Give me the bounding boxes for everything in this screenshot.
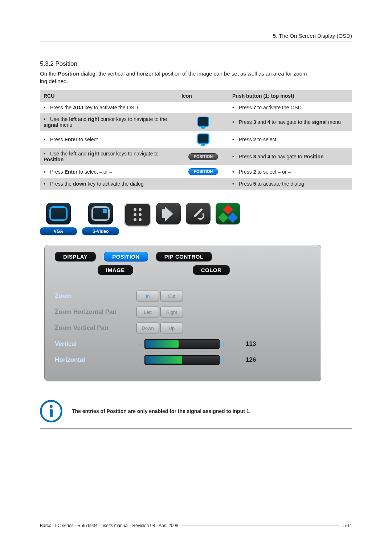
tab-vga-label: VGA [40,227,77,235]
table-row: •Use the left and right cursor keys to n… [40,113,352,131]
col-push: Push button (1: top most) [229,90,352,102]
slider-increment[interactable]: + [220,356,228,364]
info-note: The entries of Position are only enabled… [40,394,352,429]
rcu-cell: •Use the left and right cursor keys to n… [40,113,178,131]
osd-row-label: Zoom Vertical Pan [55,324,136,332]
slider-value: 113 [246,340,256,348]
page-footer: Barco - LC series - R5976934 - user's ma… [40,523,352,528]
push-cell: •Press 5 to activate the dialog [229,178,352,190]
rcu-cell: •Press Enter to select [40,131,178,148]
vga-monitor-icon [49,206,68,221]
info-icon [40,400,62,422]
osd-row-label: Horizontal [55,356,136,364]
push-cell: •Press 7 to activate the OSD [229,102,352,113]
icon-cell [178,102,229,113]
svideo-monitor-icon [91,206,110,221]
icon-cell [178,131,229,148]
tab-arrow[interactable] [156,203,181,224]
page-header: 5. The On Screen Display (OSD) [40,33,352,41]
icon-cell: POSITION [178,165,229,178]
slider-fill [146,340,179,348]
dots-icon [134,208,142,221]
push-cell: •Press 3 and 4 to navigate to Position [229,148,352,165]
push-cell: •Press 2 to select – or – [229,165,352,178]
osd-row: Zoom Horizontal PanLeftRight [55,304,311,320]
slider-value: 126 [246,356,256,364]
osd-row: Vertical-+113 [55,336,311,352]
section-paragraph: On the Position dialog, the vertical and… [40,70,352,85]
tab-image[interactable]: IMAGE [98,265,133,275]
slider[interactable]: -+113 [136,339,256,349]
footer-right: 5-11 [343,523,352,528]
color-shards-icon [220,206,236,221]
slider-decrement[interactable]: - [136,356,144,364]
monitor-icon [197,117,209,127]
rcu-cell: •Use the left and right cursor keys to n… [40,148,178,165]
play-arrow-icon [162,207,175,220]
icon-cell [178,178,229,190]
slider-track[interactable] [144,339,220,349]
slider-track[interactable] [144,355,220,365]
slider-decrement[interactable]: - [136,340,144,348]
col-icon: Icon [178,90,229,102]
slider-fill [146,356,182,364]
table-row: •Press the ADJ key to activate the OSD•P… [40,102,352,113]
icon-cell: POSITION [178,148,229,165]
seg-button-in[interactable]: In [136,291,159,301]
push-cell: •Press 2 to select [229,131,352,148]
tab-svideo[interactable]: S-Video [82,203,119,235]
rcu-cell: •Press the ADJ key to activate the OSD [40,102,178,113]
signal-tab-strip: VGA S-Video [40,203,352,235]
tab-color[interactable] [216,203,240,224]
rcu-cell: •Press Enter to select – or – [40,165,178,178]
seg-button-left[interactable]: Left [136,307,159,317]
osd-row-label: Vertical [55,340,136,348]
table-row: •Press Enter to select•Press 2 to select [40,131,352,148]
info-text: The entries of Position are only enabled… [72,408,250,414]
tab-svideo-label: S-Video [82,227,119,235]
table-row: •Press the down key to activate the dial… [40,178,352,190]
tab-pipcontrol[interactable]: PIP CONTROL [156,252,212,262]
osd-row: Horizontal-+126 [55,352,311,368]
instruction-table: RCU Icon Push button (1: top most) •Pres… [40,90,352,190]
footer-left: Barco - LC series - R5976934 - user's ma… [40,523,178,528]
section-heading: 5.3.2 Position [40,60,352,68]
position-pill-icon: POSITION [188,168,219,175]
seg-button-out[interactable]: Out [160,291,183,301]
tab-vga[interactable]: VGA [40,203,77,235]
osd-row: Zoom Vertical PanDownUp [55,320,311,336]
tab-position[interactable]: POSITION [104,252,148,262]
osd-panel: DISPLAY POSITION PIP CONTROL IMAGE COLOR… [44,245,321,381]
seg-button-up[interactable]: Up [160,323,183,333]
icon-cell [178,113,229,131]
osd-row-label: Zoom Horizontal Pan [55,308,136,316]
tab-dots[interactable] [124,203,151,227]
osd-row-label: Zoom [55,292,136,300]
table-row: •Press Enter to select – or –POSITION•Pr… [40,165,352,178]
monitor-icon [197,134,209,144]
position-pill-icon: POSITION [188,153,219,160]
osd-row: ZoomInOut [55,288,311,304]
slider-increment[interactable]: + [220,340,228,348]
table-row: •Use the left and right cursor keys to n… [40,148,352,165]
seg-button-right[interactable]: Right [160,307,183,317]
rcu-cell: •Press the down key to activate the dial… [40,178,178,190]
slider[interactable]: -+126 [136,355,256,365]
wrench-icon [192,207,204,220]
seg-button-down[interactable]: Down [136,323,159,333]
tab-display[interactable]: DISPLAY [55,252,96,262]
tab-tools[interactable] [186,203,211,224]
tab-color-sub[interactable]: COLOR [193,265,230,275]
col-rcu: RCU [40,90,178,102]
push-cell: •Press 3 and 4 to navigate to the signal… [229,113,352,131]
